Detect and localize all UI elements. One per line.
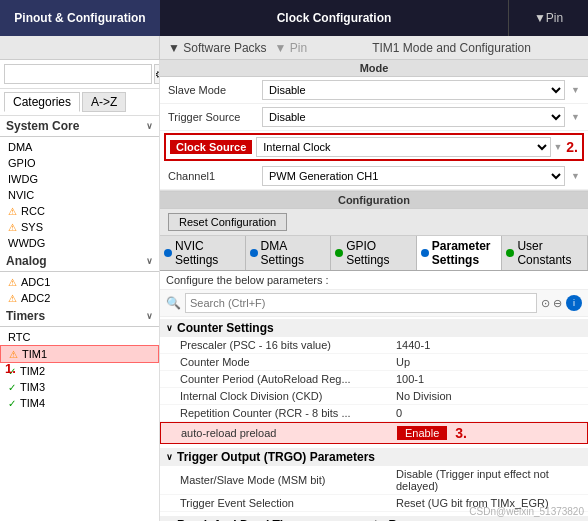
config-section: Configuration Reset Configuration NVIC S… bbox=[160, 191, 588, 521]
channel1-select[interactable]: PWM Generation CH1 bbox=[262, 166, 565, 186]
divider-3 bbox=[0, 326, 159, 327]
search-input[interactable] bbox=[4, 64, 152, 84]
ckd-row: Internal Clock Division (CKD) No Divisio… bbox=[160, 388, 588, 405]
system-core-chevron: ∨ bbox=[146, 121, 153, 131]
trigger-output-header[interactable]: ∨ Trigger Output (TRGO) Parameters bbox=[160, 448, 588, 466]
configure-label: Configure the below parameters : bbox=[160, 271, 588, 290]
mode-section: Mode Slave Mode Disable ▼ Trigger Source… bbox=[160, 60, 588, 191]
user-dot bbox=[506, 249, 514, 257]
clock-source-row: Clock Source Internal Clock ▼ 2. bbox=[164, 133, 584, 161]
counter-period-row: Counter Period (AutoReload Reg... 100-1 bbox=[160, 371, 588, 388]
counter-settings-header[interactable]: ∨ Counter Settings bbox=[160, 319, 588, 337]
slave-mode-select[interactable]: Disable bbox=[262, 80, 565, 100]
clock-source-select[interactable]: Internal Clock bbox=[256, 137, 551, 157]
sidebar-item-gpio[interactable]: GPIO bbox=[0, 155, 159, 171]
sidebar-item-tim1[interactable]: ⚠ TIM1 1. bbox=[0, 345, 159, 363]
clock-config-header: Clock Configuration bbox=[160, 0, 508, 36]
pin-header: ▼ Pin bbox=[508, 0, 588, 36]
info-button[interactable]: i bbox=[566, 295, 582, 311]
param-search-row: 🔍 ⊙ ⊖ i bbox=[160, 290, 588, 317]
sidebar-item-tim4[interactable]: ✓ TIM4 bbox=[0, 395, 159, 411]
channel1-label: Channel1 bbox=[168, 170, 258, 182]
sidebar-item-dma[interactable]: DMA bbox=[0, 139, 159, 155]
reset-config-button[interactable]: Reset Configuration bbox=[168, 213, 287, 231]
sub-header-right: ▼ Software Packs ▼ Pin TIM1 Mode and Con… bbox=[160, 41, 588, 55]
trigger-source-row: Trigger Source Disable ▼ bbox=[160, 104, 588, 131]
sidebar-item-nvic[interactable]: NVIC bbox=[0, 187, 159, 203]
watermark: CSDn@weixin_51373820 bbox=[469, 506, 584, 517]
counter-mode-row: Counter Mode Up bbox=[160, 354, 588, 371]
reset-btn-row: Reset Configuration bbox=[160, 209, 588, 236]
dma-dot bbox=[250, 249, 258, 257]
sidebar-item-rtc[interactable]: RTC bbox=[0, 329, 159, 345]
divider-1 bbox=[0, 136, 159, 137]
sidebar-tabs: Categories A->Z bbox=[0, 89, 159, 116]
sub-header-left bbox=[0, 36, 160, 59]
top-header: Pinout & Configuration Clock Configurati… bbox=[0, 0, 588, 36]
nvic-dot bbox=[164, 249, 172, 257]
annotation-1: 1. bbox=[5, 361, 16, 376]
tab-az[interactable]: A->Z bbox=[82, 92, 126, 112]
annotation-3: 3. bbox=[455, 425, 467, 441]
tab-categories[interactable]: Categories bbox=[4, 92, 80, 112]
sidebar: ⚙ Categories A->Z System Core ∨ DMA GPIO… bbox=[0, 60, 160, 521]
trigger-output-group: ∨ Trigger Output (TRGO) Parameters Maste… bbox=[160, 446, 588, 514]
sidebar-item-adc2[interactable]: ⚠ ADC2 bbox=[0, 290, 159, 306]
annotation-2: 2. bbox=[566, 139, 578, 155]
config-title: Configuration bbox=[160, 191, 588, 209]
sidebar-item-wwdg[interactable]: WWDG bbox=[0, 235, 159, 251]
sidebar-item-sys[interactable]: ⚠ SYS bbox=[0, 219, 159, 235]
sidebar-item-iwdg[interactable]: IWDG bbox=[0, 171, 159, 187]
slave-mode-label: Slave Mode bbox=[168, 84, 258, 96]
sidebar-item-rcc[interactable]: ⚠ RCC bbox=[0, 203, 159, 219]
sidebar-item-tim2[interactable]: ✓ TIM2 bbox=[0, 363, 159, 379]
tab-dma-settings[interactable]: DMA Settings bbox=[246, 236, 332, 270]
analog-chevron: ∨ bbox=[146, 256, 153, 266]
channel1-row: Channel1 PWM Generation CH1 ▼ bbox=[160, 163, 588, 190]
counter-settings-group: ∨ Counter Settings Prescaler (PSC - 16 b… bbox=[160, 317, 588, 446]
mode-title: Mode bbox=[160, 60, 588, 77]
main-content: ⚙ Categories A->Z System Core ∨ DMA GPIO… bbox=[0, 60, 588, 521]
config-tabs: NVIC Settings DMA Settings GPIO Settings… bbox=[160, 236, 588, 271]
sub-header: ▼ Software Packs ▼ Pin TIM1 Mode and Con… bbox=[0, 36, 588, 60]
timers-chevron: ∨ bbox=[146, 311, 153, 321]
divider-2 bbox=[0, 271, 159, 272]
rcr-row: Repetition Counter (RCR - 8 bits ... 0 bbox=[160, 405, 588, 422]
analog-section[interactable]: Analog ∨ bbox=[0, 251, 159, 269]
right-panel: Mode Slave Mode Disable ▼ Trigger Source… bbox=[160, 60, 588, 521]
slave-mode-row: Slave Mode Disable ▼ bbox=[160, 77, 588, 104]
trigger-source-label: Trigger Source bbox=[168, 111, 258, 123]
tab-gpio-settings[interactable]: GPIO Settings bbox=[331, 236, 417, 270]
auto-reload-row: auto-reload preload Enable 3. bbox=[160, 422, 588, 444]
sidebar-search-row: ⚙ bbox=[0, 60, 159, 89]
timers-section[interactable]: Timers ∨ bbox=[0, 306, 159, 324]
param-area: Configure the below parameters : 🔍 ⊙ ⊖ i… bbox=[160, 271, 588, 521]
trigger-source-select[interactable]: Disable bbox=[262, 107, 565, 127]
system-core-section[interactable]: System Core ∨ bbox=[0, 116, 159, 134]
sidebar-item-tim3[interactable]: ✓ TIM3 bbox=[0, 379, 159, 395]
gpio-dot bbox=[335, 249, 343, 257]
pinout-config-header: Pinout & Configuration bbox=[0, 0, 160, 36]
tab-user-constants[interactable]: User Constants bbox=[502, 236, 588, 270]
prescaler-row: Prescaler (PSC - 16 bits value) 1440-1 bbox=[160, 337, 588, 354]
param-dot bbox=[421, 249, 429, 257]
tab-nvic-settings[interactable]: NVIC Settings bbox=[160, 236, 246, 270]
param-search-input[interactable] bbox=[185, 293, 537, 313]
clock-source-label: Clock Source bbox=[170, 140, 252, 154]
tab-parameter-settings[interactable]: Parameter Settings bbox=[417, 236, 503, 270]
sidebar-item-adc1[interactable]: ⚠ ADC1 bbox=[0, 274, 159, 290]
msm-row: Master/Slave Mode (MSM bit) Disable (Tri… bbox=[160, 466, 588, 495]
